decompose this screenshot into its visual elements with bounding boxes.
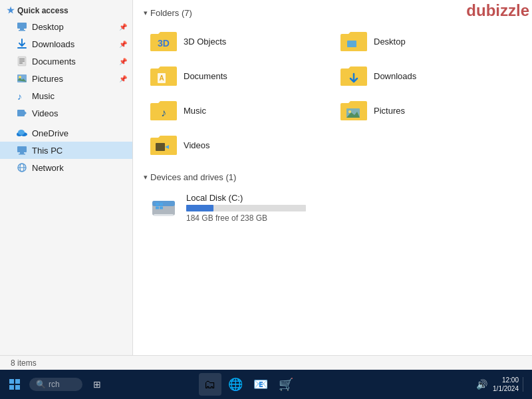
folder-label-downloads: Downloads [374,71,416,81]
folder-label-desktop: Desktop [374,37,406,47]
svg-rect-42 [15,385,20,390]
folder-item-3dobjects[interactable]: 3D 3D Objects [144,25,331,58]
folder-icon-music: ♪ [149,98,178,123]
folders-section-header[interactable]: ▾ Folders (7) [144,8,521,18]
sidebar-item-desktop[interactable]: Desktop 📌 [0,18,132,35]
sidebar-item-pictures[interactable]: Pictures 📌 [0,70,132,87]
pin-icon: 📌 [119,23,127,31]
folder-label-pictures: Pictures [374,106,405,116]
main-content: dubizzle ▾ Folders (7) 3D 3D Objects [133,0,532,355]
search-label: rch [49,380,60,389]
svg-rect-11 [17,110,25,116]
svg-rect-41 [9,385,14,390]
folders-grid: 3D 3D Objects Desktop [144,25,521,162]
svg-rect-30 [156,143,165,151]
folder-item-music[interactable]: ♪ Music [144,94,331,127]
svg-rect-7 [19,63,23,64]
onedrive-icon [16,127,28,139]
drive-info: Local Disk (C:) 184 GB free of 238 GB [186,193,306,223]
file-explorer: ★ Quick access Desktop 📌 Downloads 📌 Doc… [0,0,532,355]
svg-point-29 [348,110,351,113]
pin-icon: 📌 [119,41,127,48]
quick-access-label[interactable]: ★ Quick access [0,3,132,18]
svg-rect-1 [20,29,24,30]
svg-rect-6 [19,61,25,62]
drive-name: Local Disk (C:) [186,193,306,203]
taskbar-app-edge[interactable]: 🌐 [224,373,247,396]
svg-text:♪: ♪ [17,91,22,101]
time-display: 12:00 [493,376,519,384]
folder-icon-3dobjects: 3D [149,29,178,54]
svg-rect-18 [19,154,25,155]
svg-rect-37 [160,207,163,209]
svg-rect-16 [17,146,27,152]
taskbar-apps: 🗂 🌐 📧 🛒 [199,373,297,396]
thispc-icon [16,144,28,156]
clock: 12:00 1/1/2024 [493,376,519,393]
folder-icon-videos [149,132,178,158]
folder-icon-pictures [339,98,368,123]
folder-label-documents: Documents [184,71,227,81]
sidebar-item-network[interactable]: Network [0,159,132,176]
documents-icon [16,55,28,67]
taskbar: 🔍 rch ⊞ 🗂 🌐 📧 🛒 🔊 12:00 1/1/2024 [0,370,532,399]
sidebar-item-music[interactable]: ♪ Music [0,87,132,104]
svg-rect-5 [19,59,25,60]
folder-icon-downloads [339,63,368,88]
drive-progress-fill [186,205,213,211]
taskbar-search[interactable]: 🔍 rch [29,378,82,391]
sidebar-item-downloads[interactable]: Downloads 📌 [0,35,132,53]
folder-item-documents[interactable]: A Documents [144,59,331,92]
folder-item-downloads[interactable]: Downloads [334,59,521,92]
sidebar-item-thispc[interactable]: This PC [0,142,132,159]
pin-icon: 📌 [119,58,127,65]
volume-icon[interactable]: 🔊 [474,377,489,392]
items-count: 8 items [11,358,37,368]
task-view-button[interactable]: ⊞ [85,372,109,396]
videos-icon [16,107,28,119]
svg-rect-2 [19,30,25,31]
pictures-icon [16,72,28,84]
drives-section: Local Disk (C:) 184 GB free of 238 GB [144,189,521,227]
svg-marker-12 [25,111,27,115]
downloads-icon [16,38,28,50]
sidebar-item-onedrive[interactable]: OneDrive [0,124,132,142]
taskbar-app-mail[interactable]: 📧 [249,373,272,396]
folder-icon-desktop [339,29,368,54]
svg-text:3D: 3D [158,38,170,49]
taskbar-app-explorer[interactable]: 🗂 [199,373,221,396]
date-display: 1/1/2024 [493,384,519,393]
folder-item-pictures[interactable]: Pictures [334,94,521,127]
svg-rect-17 [20,152,24,154]
folder-item-videos[interactable]: Videos [144,128,331,162]
svg-rect-35 [160,203,163,205]
sidebar-item-videos[interactable]: Videos [0,104,132,122]
drives-section-header[interactable]: ▾ Devices and drives (1) [144,172,521,182]
svg-rect-34 [156,203,159,205]
sidebar-item-documents[interactable]: Documents 📌 [0,53,132,70]
svg-text:A: A [159,74,164,82]
svg-rect-0 [17,23,27,29]
chevron-drives-icon: ▾ [144,173,148,182]
folder-label-videos: Videos [184,140,210,150]
taskbar-app-store[interactable]: 🛒 [275,373,297,396]
folder-icon-documents: A [149,63,178,88]
drive-progress-bar [186,205,306,211]
desktop-icon [16,21,28,33]
drive-icon-localc [149,193,178,222]
folder-item-desktop[interactable]: Desktop [334,25,521,58]
show-desktop-button[interactable] [523,377,529,392]
drive-item-localc[interactable]: Local Disk (C:) 184 GB free of 238 GB [144,189,521,227]
svg-rect-38 [154,214,174,216]
svg-point-15 [18,130,25,135]
folder-label-music: Music [184,106,206,116]
svg-rect-40 [15,379,20,384]
search-icon: 🔍 [36,380,46,389]
start-button[interactable] [3,372,27,396]
drive-free-label: 184 GB free of 238 GB [186,213,306,223]
svg-rect-36 [156,207,159,209]
svg-rect-3 [17,47,27,49]
status-bar: 8 items [0,355,532,370]
svg-rect-39 [9,379,14,384]
svg-rect-23 [347,41,356,47]
